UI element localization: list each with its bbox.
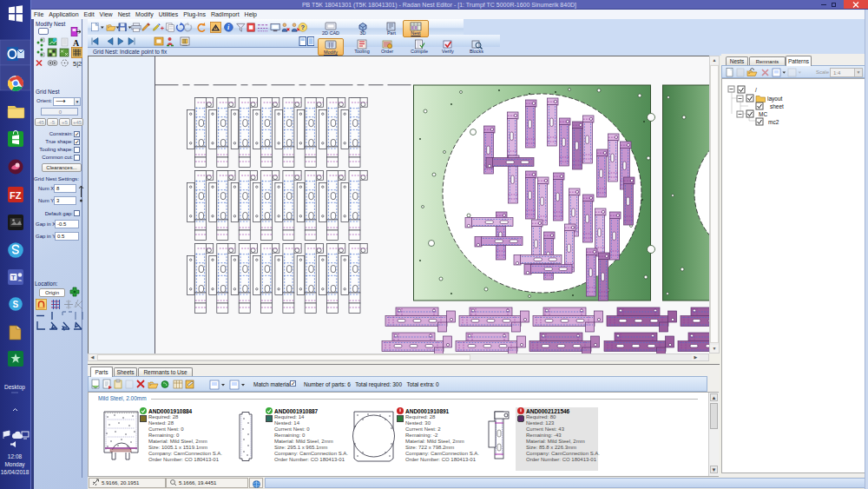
svg-text:S: S — [13, 300, 19, 309]
svg-text:FZ: FZ — [10, 190, 22, 201]
svg-text:Desktop: Desktop — [4, 384, 25, 391]
svg-text:T: T — [11, 274, 16, 281]
svg-text:layout: layout — [767, 96, 783, 102]
svg-text:16/04/2018: 16/04/2018 — [1, 469, 30, 475]
svg-text:12:08: 12:08 — [8, 453, 23, 459]
svg-text:?: ? — [300, 23, 305, 31]
svg-text:MC: MC — [759, 111, 767, 117]
svg-text:sheet: sheet — [770, 103, 784, 109]
svg-text:A: A — [73, 38, 80, 48]
svg-text:/: / — [755, 87, 757, 93]
svg-text:mc2: mc2 — [768, 119, 779, 125]
svg-text:5|2: 5|2 — [73, 60, 82, 68]
svg-text:Monday: Monday — [4, 461, 25, 468]
